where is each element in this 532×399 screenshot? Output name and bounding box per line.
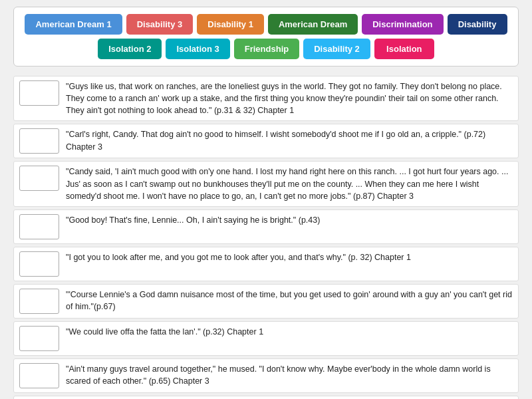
tag-button[interactable]: Isolation 2 — [98, 39, 162, 59]
quote-answer-box[interactable] — [19, 166, 59, 191]
tag-button[interactable]: American Dream — [268, 14, 358, 35]
tags-container: American Dream 1Disability 3Disability 1… — [13, 7, 519, 66]
quote-row: "Guys like us, that work on ranches, are… — [13, 76, 519, 121]
quote-answer-box[interactable] — [19, 326, 59, 351]
page-container: American Dream 1Disability 3Disability 1… — [0, 0, 532, 399]
quote-text: "Guys like us, that work on ranches, are… — [66, 80, 513, 116]
quote-text: "We could live offa the fatta the lan'."… — [66, 326, 513, 338]
tag-button[interactable]: Isolation 3 — [166, 39, 229, 59]
tag-button[interactable]: Disability 3 — [126, 14, 194, 35]
quote-answer-box[interactable] — [19, 214, 59, 239]
tag-button[interactable]: Discrimination — [362, 14, 443, 35]
quote-row: "We could live offa the fatta the lan'."… — [13, 321, 519, 356]
tags-row-1: American Dream 1Disability 3Disability 1… — [24, 14, 508, 35]
quote-answer-box[interactable] — [19, 363, 59, 388]
quote-text: "Candy said, 'I ain't much good with on'… — [66, 166, 513, 201]
quote-answer-box[interactable] — [19, 128, 59, 154]
quote-answer-box[interactable] — [19, 251, 59, 277]
quote-text: "I got you to look after me, and you got… — [66, 251, 513, 263]
quote-text: "Ain't many guys travel around together,… — [66, 363, 513, 387]
quote-row: "'Course Lennie's a God damn nuisance mo… — [13, 284, 519, 319]
quote-row: "I got you to look after me, and you got… — [13, 247, 519, 281]
tags-row-2: Isolation 2Isolation 3FriendshipDisabili… — [24, 39, 508, 59]
quote-list: "Guys like us, that work on ranches, are… — [13, 76, 519, 399]
tag-button[interactable]: Disability 1 — [197, 14, 264, 35]
tag-button[interactable]: Disability — [448, 14, 507, 35]
quote-text: "Good boy! That's fine, Lennie... Oh, I … — [66, 214, 513, 226]
quote-row: "Carl's right, Candy. That dog ain't no … — [13, 124, 519, 158]
quote-row: "Candy said, 'I ain't much good with on'… — [13, 161, 519, 206]
tag-button[interactable]: American Dream 1 — [25, 14, 122, 35]
quote-answer-box[interactable] — [19, 289, 59, 314]
quote-row: "Got a crooked back where a horse kicked… — [13, 396, 519, 399]
tag-button[interactable]: Isolation — [374, 39, 434, 59]
quote-row: "Good boy! That's fine, Lennie... Oh, I … — [13, 209, 519, 244]
tag-button[interactable]: Friendship — [234, 39, 299, 59]
quote-text: "Carl's right, Candy. That dog ain't no … — [66, 128, 513, 152]
quote-row: "Ain't many guys travel around together,… — [13, 358, 519, 393]
quote-answer-box[interactable] — [19, 80, 59, 106]
tag-button[interactable]: Disability 2 — [303, 39, 370, 59]
quote-text: "'Course Lennie's a God damn nuisance mo… — [66, 289, 513, 313]
